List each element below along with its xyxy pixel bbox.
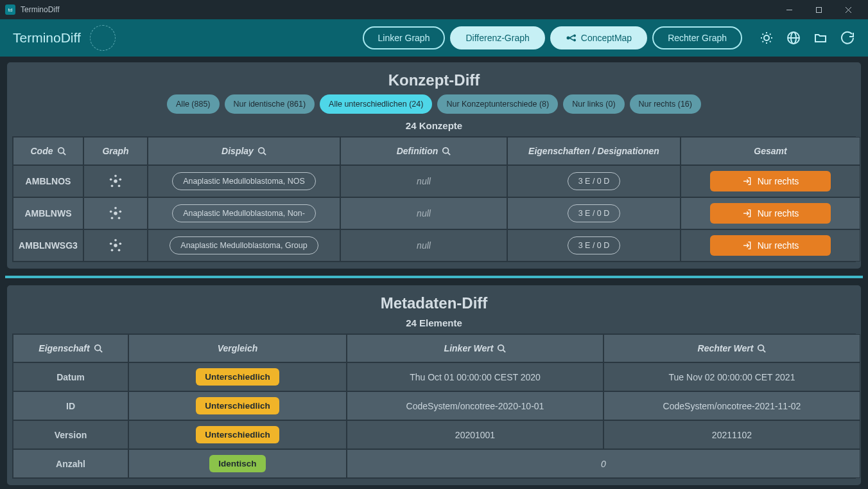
diff-graph-button[interactable]: Differenz-Graph <box>450 26 544 49</box>
konzept-count: 24 Konzepte <box>12 120 856 131</box>
meta-property-cell: ID <box>13 391 128 420</box>
left-graph-label: Linker Graph <box>378 33 430 43</box>
svg-line-26 <box>448 153 451 156</box>
svg-line-22 <box>63 153 65 156</box>
column-header-display[interactable]: Display <box>148 137 340 165</box>
meta-property-cell: Version <box>13 420 128 449</box>
metadaten-diff-panel: Metadaten-Diff 24 Elemente Eigenschaft V… <box>5 283 863 487</box>
panel-divider[interactable] <box>5 276 863 278</box>
svg-point-33 <box>114 211 117 215</box>
svg-point-36 <box>118 217 121 220</box>
brand-logo <box>90 25 116 51</box>
svg-point-21 <box>58 148 64 154</box>
svg-point-9 <box>764 35 769 40</box>
svg-line-7 <box>569 36 573 39</box>
meta-comparison-cell: Unterschiedlich <box>128 362 347 391</box>
display-cell: Anaplastic Medulloblastoma, Non- <box>148 197 340 229</box>
meta-table: Eigenschaft VergleichLinker Wert Rechter… <box>12 333 856 479</box>
filter-chip[interactable]: Alle unterschiedlichen (24) <box>320 94 432 114</box>
window-title: TerminoDiff <box>21 5 59 14</box>
filter-row: Alle (885)Nur identische (861)Alle unter… <box>12 94 856 114</box>
graph-button[interactable] <box>83 229 148 262</box>
svg-point-43 <box>111 249 114 252</box>
svg-line-46 <box>100 350 102 353</box>
display-pill[interactable]: Anaplastic Medulloblastoma, NOS <box>172 172 316 190</box>
window-minimize-button[interactable] <box>774 0 804 19</box>
code-cell: AMBLNOS <box>13 165 83 197</box>
total-cell: Nur rechts <box>681 165 860 197</box>
concept-map-label: ConceptMap <box>581 33 632 43</box>
filter-chip[interactable]: Nur links (0) <box>563 94 624 114</box>
svg-point-40 <box>114 239 117 242</box>
svg-point-49 <box>758 345 764 351</box>
filter-chip[interactable]: Alle (885) <box>167 94 220 114</box>
meta-header-left_value[interactable]: Linker Wert <box>347 334 603 362</box>
svg-point-29 <box>119 178 122 181</box>
svg-point-6 <box>573 39 576 42</box>
svg-line-16 <box>763 41 764 42</box>
graph-button[interactable] <box>83 165 148 197</box>
right-graph-label: Rechter Graph <box>668 33 727 43</box>
svg-point-32 <box>110 178 112 181</box>
meta-header-comparison: Vergleich <box>128 334 347 362</box>
total-badge[interactable]: Nur rechts <box>710 203 831 224</box>
meta-right-value: Tue Nov 02 00:00:00 CET 2021 <box>603 362 860 391</box>
theme-toggle-button[interactable] <box>759 30 774 46</box>
display-pill[interactable]: Anaplastic Medulloblastoma, Non- <box>172 204 316 222</box>
meta-comparison-cell: Unterschiedlich <box>128 391 347 420</box>
right-graph-button[interactable]: Rechter Graph <box>652 26 742 49</box>
props-pill[interactable]: 3 E / 0 D <box>568 236 621 254</box>
total-badge[interactable]: Nur rechts <box>710 171 831 191</box>
metadaten-diff-title: Metadaten-Diff <box>12 294 856 312</box>
svg-point-45 <box>94 345 100 351</box>
svg-point-41 <box>119 242 122 245</box>
column-header-code[interactable]: Code <box>13 137 83 165</box>
open-folder-button[interactable] <box>813 30 828 46</box>
left-graph-button[interactable]: Linker Graph <box>363 26 446 49</box>
meta-header-right_value[interactable]: Rechter Wert <box>603 334 860 362</box>
svg-point-42 <box>118 249 121 252</box>
props-pill[interactable]: 3 E / 0 D <box>568 172 621 190</box>
column-header-definition[interactable]: Definition <box>340 137 507 165</box>
svg-point-30 <box>118 185 121 188</box>
meta-comparison-cell: Identisch <box>128 449 347 478</box>
filter-chip[interactable]: Nur Konzeptunterschiede (8) <box>437 94 558 114</box>
filter-chip[interactable]: Nur rechts (16) <box>630 94 701 114</box>
svg-point-28 <box>114 175 117 177</box>
svg-line-50 <box>763 350 766 353</box>
meta-comparison-cell: Unterschiedlich <box>128 420 347 449</box>
svg-point-31 <box>111 185 114 188</box>
svg-point-34 <box>114 207 117 209</box>
brand-title: TerminoDiff <box>13 30 81 46</box>
meta-header-property[interactable]: Eigenschaft <box>13 334 128 362</box>
meta-property-cell: Datum <box>13 362 128 391</box>
window-close-button[interactable] <box>833 0 863 19</box>
props-pill[interactable]: 3 E / 0 D <box>568 204 621 222</box>
concept-map-button[interactable]: ConceptMap <box>550 26 647 49</box>
svg-point-35 <box>119 210 122 213</box>
filter-chip[interactable]: Nur identische (861) <box>225 94 315 114</box>
svg-line-14 <box>763 34 764 35</box>
definition-cell: null <box>340 165 507 197</box>
display-pill[interactable]: Anaplastic Medulloblastoma, Group <box>169 236 318 254</box>
column-header-graph: Graph <box>83 137 148 165</box>
konzept-table: Code GraphDisplay Definition Eigenschaft… <box>12 136 856 262</box>
svg-point-37 <box>111 217 114 220</box>
concept-map-icon <box>566 33 577 42</box>
definition-cell: null <box>340 229 507 262</box>
svg-point-4 <box>566 37 569 40</box>
meta-count: 24 Elemente <box>12 317 856 328</box>
definition-cell: null <box>340 197 507 229</box>
comparison-badge: Identisch <box>209 455 265 472</box>
props-cell: 3 E / 0 D <box>507 165 681 197</box>
svg-point-5 <box>573 35 576 37</box>
window-maximize-button[interactable] <box>804 0 833 19</box>
language-button[interactable] <box>786 30 801 46</box>
refresh-button[interactable] <box>840 30 855 46</box>
total-badge[interactable]: Nur rechts <box>710 235 831 256</box>
graph-button[interactable] <box>83 197 148 229</box>
svg-line-8 <box>569 38 573 40</box>
comparison-badge: Unterschiedlich <box>196 426 279 443</box>
total-cell: Nur rechts <box>681 197 860 229</box>
comparison-badge: Unterschiedlich <box>196 397 279 414</box>
